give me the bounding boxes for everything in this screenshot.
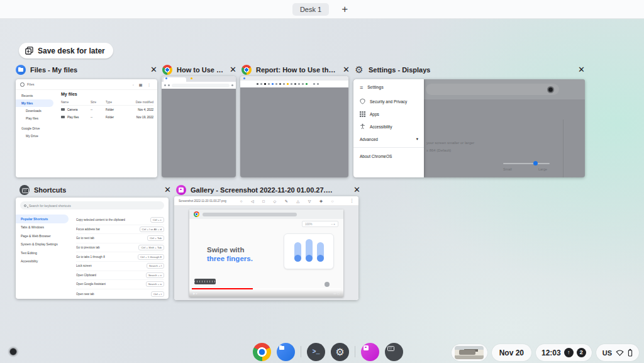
save-desk-button[interactable]: Save desk for later — [19, 43, 113, 59]
shortcuts-sidebar: Popular Shortcuts Tabs & Windows Page & … — [16, 215, 72, 265]
close-chrome-window-button[interactable]: ✕ — [228, 64, 238, 75]
close-docs-window-button[interactable]: ✕ — [341, 64, 352, 75]
drawer-item-security-privacy[interactable]: Security and Privacy — [353, 95, 424, 108]
fullscreen-icon[interactable]: ▢ — [337, 292, 340, 295]
file-modified: Nov 19, 2022 — [125, 116, 153, 119]
desk-bar: Desk 1 + — [0, 0, 644, 19]
display-size-slider[interactable] — [503, 163, 550, 164]
slider-thumb[interactable] — [533, 161, 538, 165]
files-section-title: My files — [61, 92, 153, 96]
launcher-button[interactable] — [8, 346, 19, 357]
files-app-name: Files — [27, 82, 35, 86]
holding-space-tray[interactable] — [452, 344, 487, 361]
window-title-docs: Report: How to Use the "Sho… — [242, 64, 339, 75]
close-settings-window-button[interactable]: ✕ — [576, 64, 587, 75]
column-name[interactable]: Name — [61, 101, 91, 104]
docs-window-thumbnail[interactable] — [240, 76, 348, 177]
shelf-app-files[interactable] — [277, 343, 295, 361]
next-icon[interactable]: ▸ — [196, 292, 197, 295]
sidebar-item-downloads[interactable]: Downloads — [16, 107, 56, 114]
window-title-label: Gallery - Screenshot 2022-11-20 01.00.27… — [191, 186, 336, 194]
chevron-down-icon: ▾ — [416, 137, 418, 142]
three-finger-gesture-card — [284, 233, 334, 269]
files-list: My files Name Size Type Date modified Ca… — [61, 92, 153, 121]
shelf-app-chrome[interactable] — [253, 343, 271, 361]
add-desk-button[interactable]: + — [338, 3, 352, 16]
keyboard-shortcuts-icon — [385, 343, 403, 361]
sidebar-item-my-drive[interactable]: My Drive — [16, 132, 56, 140]
tab-favicon — [243, 77, 245, 79]
drawer-item-accessibility[interactable]: Accessibility — [353, 120, 424, 133]
category-text-editing[interactable]: Text Editing — [16, 249, 72, 257]
video-timestamp-badge — [194, 279, 216, 284]
menu-icon[interactable]: ≡ — [360, 84, 363, 91]
shelf-app-gallery[interactable] — [361, 343, 379, 361]
sidebar-item-my-files[interactable]: My files — [16, 99, 53, 107]
nav-icon — [168, 84, 170, 86]
shelf-app-terminal[interactable]: >_ — [307, 343, 325, 361]
shortcut-keys: Search + l — [147, 263, 164, 269]
settings-avatar-icon — [547, 86, 554, 93]
desk-tab[interactable]: Desk 1 — [292, 3, 329, 16]
notification-count-badge: 2 — [577, 348, 586, 357]
close-gallery-window-button[interactable]: ✕ — [352, 184, 362, 195]
chrome-window-thumbnail[interactable] — [162, 76, 236, 177]
terminal-icon: >_ — [307, 343, 325, 361]
column-date-modified[interactable]: Date modified — [125, 101, 153, 104]
battery-icon — [628, 349, 633, 357]
file-row[interactable]: Play files -- Folder Nov 19, 2022 — [61, 113, 153, 121]
settings-app-icon: ⚙ — [354, 65, 364, 75]
settings-window-thumbnail[interactable]: your screen smaller or larger x 864 (Def… — [353, 79, 585, 177]
file-row[interactable]: Camera -- Folder Nov 4, 2022 — [61, 106, 153, 113]
shortcut-row: Open Google AssistantSearch + a — [76, 280, 164, 289]
category-page-web-browser[interactable]: Page & Web Browser — [16, 232, 72, 240]
category-system-display[interactable]: System & Display Settings — [16, 240, 72, 249]
files-window-thumbnail[interactable]: Files ◦ ▦ ⋮ Recents My files Downloads P… — [16, 79, 157, 177]
shortcuts-window-thumbnail[interactable]: Search for keyboard shortcuts Popular Sh… — [16, 198, 169, 299]
close-shortcuts-window-button[interactable]: ✕ — [162, 184, 173, 195]
more-menu-icon[interactable]: ⋮ — [350, 198, 354, 203]
status-area: Nov 20 12:03 ↑ 2 US — [452, 344, 639, 361]
shelf-app-shortcuts[interactable] — [385, 343, 403, 361]
category-tabs-windows[interactable]: Tabs & Windows — [16, 223, 72, 232]
folder-icon — [61, 108, 65, 111]
video-progress-bar[interactable] — [192, 288, 341, 289]
shelf-app-settings[interactable]: ⚙ — [331, 343, 349, 361]
tab-favicon — [165, 77, 167, 79]
gallery-window-thumbnail[interactable]: Screenshot 2022-11-20 01.00.27.png ○ ◁ □… — [174, 196, 358, 300]
sidebar-item-recents[interactable]: Recents — [16, 92, 56, 99]
files-sidebar: Recents My files Downloads Play files Go… — [16, 90, 56, 177]
miniplayer-icon[interactable]: ▭ — [333, 292, 336, 295]
shelf-separator — [355, 346, 355, 357]
search-placeholder: Search for keyboard shortcuts — [29, 204, 71, 208]
shortcut-keys: Search + v — [146, 272, 164, 278]
category-accessibility[interactable]: Accessibility — [16, 257, 72, 266]
drawer-item-about-chromeos[interactable]: About ChromeOS — [353, 150, 424, 162]
video-caption-line2: three fingers. — [207, 255, 253, 262]
slider-min-label: Small — [503, 167, 512, 171]
holding-space-thumbnail[interactable] — [455, 346, 484, 359]
drawer-item-apps[interactable]: Apps — [353, 108, 424, 120]
shortcut-keys: Ctrl + c — [150, 217, 164, 223]
shortcut-row: Go to previous tabCtrl + Shift + Tab — [76, 243, 164, 253]
drawer-item-advanced[interactable]: Advanced ▾ — [353, 133, 424, 145]
quick-settings-pill[interactable]: US — [596, 344, 639, 361]
column-size[interactable]: Size — [91, 101, 106, 104]
window-title-chrome: How to Use the… — [162, 64, 225, 75]
close-files-window-button[interactable]: ✕ — [148, 64, 159, 75]
sidebar-item-google-drive[interactable]: Google Drive — [16, 125, 56, 132]
shortcut-row: Open ClipboardSearch + v — [76, 271, 164, 281]
system-tray[interactable]: 12:03 ↑ 2 — [536, 344, 592, 361]
date-pill[interactable]: Nov 20 — [492, 344, 531, 361]
shortcuts-app-icon — [19, 185, 30, 195]
search-icon — [24, 204, 26, 207]
drawer-header: ≡ Settings — [353, 79, 424, 95]
shortcuts-search-bar[interactable]: Search for keyboard shortcuts — [20, 201, 164, 209]
play-icon[interactable]: ▶ — [193, 292, 195, 295]
sidebar-item-play-files[interactable]: Play files — [16, 114, 56, 122]
display-resolution-text: x 864 (Default) — [426, 148, 451, 152]
screenshot-image: 100%‒ + Swipe with three fingers. ▶ ▸ ▭ … — [189, 209, 343, 297]
column-type[interactable]: Type — [106, 101, 125, 104]
slider-max-label: Large — [538, 167, 547, 171]
category-popular-shortcuts[interactable]: Popular Shortcuts — [16, 215, 69, 223]
